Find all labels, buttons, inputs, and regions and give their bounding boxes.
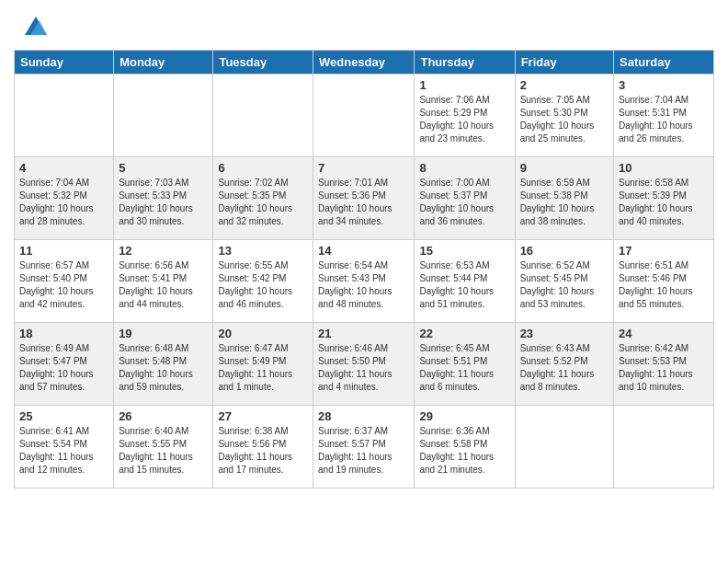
calendar-cell [213,75,313,157]
calendar-week-4: 18Sunrise: 6:49 AM Sunset: 5:47 PM Dayli… [15,323,714,406]
calendar-table: SundayMondayTuesdayWednesdayThursdayFrid… [14,50,714,488]
calendar-cell: 24Sunrise: 6:42 AM Sunset: 5:53 PM Dayli… [614,323,714,406]
day-info: Sunrise: 7:04 AM Sunset: 5:32 PM Dayligh… [19,177,108,228]
calendar-cell [313,75,415,157]
day-number: 14 [318,244,409,258]
calendar-cell: 18Sunrise: 6:49 AM Sunset: 5:47 PM Dayli… [15,323,114,406]
day-info: Sunrise: 6:45 AM Sunset: 5:51 PM Dayligh… [419,342,509,394]
day-number: 19 [119,327,208,340]
column-header-wednesday: Wednesday [313,51,415,75]
day-number: 6 [218,161,308,175]
day-number: 12 [119,244,208,258]
day-number: 20 [218,327,308,340]
calendar-cell: 22Sunrise: 6:45 AM Sunset: 5:51 PM Dayli… [415,323,515,406]
calendar-cell: 2Sunrise: 7:05 AM Sunset: 5:30 PM Daylig… [515,75,613,157]
calendar-cell: 4Sunrise: 7:04 AM Sunset: 5:32 PM Daylig… [15,157,114,240]
day-number: 9 [520,161,609,175]
day-info: Sunrise: 6:36 AM Sunset: 5:58 PM Dayligh… [419,425,509,477]
calendar-cell: 5Sunrise: 7:03 AM Sunset: 5:33 PM Daylig… [114,157,213,240]
day-info: Sunrise: 7:03 AM Sunset: 5:33 PM Dayligh… [119,177,208,228]
column-header-tuesday: Tuesday [213,51,313,75]
calendar-cell: 19Sunrise: 6:48 AM Sunset: 5:48 PM Dayli… [114,323,213,406]
day-number: 24 [619,327,709,340]
calendar-cell: 11Sunrise: 6:57 AM Sunset: 5:40 PM Dayli… [15,240,114,323]
day-number: 23 [520,327,609,340]
calendar-week-3: 11Sunrise: 6:57 AM Sunset: 5:40 PM Dayli… [15,240,714,323]
calendar-cell: 27Sunrise: 6:38 AM Sunset: 5:56 PM Dayli… [213,406,313,488]
day-info: Sunrise: 7:00 AM Sunset: 5:37 PM Dayligh… [419,177,509,228]
day-number: 1 [419,78,509,92]
calendar-cell: 8Sunrise: 7:00 AM Sunset: 5:37 PM Daylig… [415,157,515,240]
calendar-cell: 21Sunrise: 6:46 AM Sunset: 5:50 PM Dayli… [313,323,415,406]
day-number: 25 [19,409,108,423]
column-header-sunday: Sunday [15,51,114,75]
day-info: Sunrise: 6:48 AM Sunset: 5:48 PM Dayligh… [119,342,208,394]
calendar-cell: 13Sunrise: 6:55 AM Sunset: 5:42 PM Dayli… [213,240,313,323]
calendar-cell: 15Sunrise: 6:53 AM Sunset: 5:44 PM Dayli… [415,240,515,323]
column-header-saturday: Saturday [614,51,714,75]
calendar-cell [614,406,714,488]
day-number: 26 [119,409,208,423]
day-number: 10 [619,161,709,175]
calendar-cell: 28Sunrise: 6:37 AM Sunset: 5:57 PM Dayli… [313,406,415,488]
column-header-thursday: Thursday [415,51,515,75]
day-info: Sunrise: 6:38 AM Sunset: 5:56 PM Dayligh… [218,425,308,477]
day-info: Sunrise: 6:53 AM Sunset: 5:44 PM Dayligh… [419,259,509,311]
calendar-cell: 7Sunrise: 7:01 AM Sunset: 5:36 PM Daylig… [313,157,415,240]
calendar-cell: 14Sunrise: 6:54 AM Sunset: 5:43 PM Dayli… [313,240,415,323]
calendar-cell: 3Sunrise: 7:04 AM Sunset: 5:31 PM Daylig… [614,75,714,157]
calendar-cell: 17Sunrise: 6:51 AM Sunset: 5:46 PM Dayli… [614,240,714,323]
day-info: Sunrise: 6:52 AM Sunset: 5:45 PM Dayligh… [520,259,609,311]
logo-icon [16,9,49,42]
day-info: Sunrise: 6:51 AM Sunset: 5:46 PM Dayligh… [619,259,709,311]
calendar-cell: 10Sunrise: 6:58 AM Sunset: 5:39 PM Dayli… [614,157,714,240]
day-number: 8 [419,161,509,175]
day-number: 17 [619,244,709,258]
page-header [14,9,714,42]
day-number: 11 [19,244,108,258]
day-info: Sunrise: 6:47 AM Sunset: 5:49 PM Dayligh… [218,342,308,394]
calendar-week-1: 1Sunrise: 7:06 AM Sunset: 5:29 PM Daylig… [15,75,714,157]
calendar-week-5: 25Sunrise: 6:41 AM Sunset: 5:54 PM Dayli… [15,406,714,488]
day-info: Sunrise: 6:49 AM Sunset: 5:47 PM Dayligh… [19,342,108,394]
calendar-cell: 12Sunrise: 6:56 AM Sunset: 5:41 PM Dayli… [114,240,213,323]
day-number: 27 [218,409,308,423]
day-info: Sunrise: 7:05 AM Sunset: 5:30 PM Dayligh… [520,94,609,145]
calendar-cell [15,75,114,157]
column-header-monday: Monday [114,51,213,75]
day-number: 3 [619,78,709,92]
day-info: Sunrise: 7:02 AM Sunset: 5:35 PM Dayligh… [218,177,308,228]
day-info: Sunrise: 6:55 AM Sunset: 5:42 PM Dayligh… [218,259,308,311]
logo [14,9,49,42]
calendar-cell: 20Sunrise: 6:47 AM Sunset: 5:49 PM Dayli… [213,323,313,406]
day-number: 16 [520,244,609,258]
day-info: Sunrise: 6:37 AM Sunset: 5:57 PM Dayligh… [318,425,409,477]
day-number: 22 [419,327,509,340]
day-number: 2 [520,78,609,92]
day-info: Sunrise: 6:57 AM Sunset: 5:40 PM Dayligh… [19,259,108,311]
day-info: Sunrise: 6:41 AM Sunset: 5:54 PM Dayligh… [19,425,108,477]
calendar-cell: 9Sunrise: 6:59 AM Sunset: 5:38 PM Daylig… [515,157,613,240]
calendar-cell: 26Sunrise: 6:40 AM Sunset: 5:55 PM Dayli… [114,406,213,488]
calendar-cell: 1Sunrise: 7:06 AM Sunset: 5:29 PM Daylig… [415,75,515,157]
day-info: Sunrise: 6:42 AM Sunset: 5:53 PM Dayligh… [619,342,709,394]
day-number: 13 [218,244,308,258]
day-number: 15 [419,244,509,258]
day-number: 7 [318,161,409,175]
page-container: SundayMondayTuesdayWednesdayThursdayFrid… [0,0,728,498]
day-info: Sunrise: 6:40 AM Sunset: 5:55 PM Dayligh… [119,425,208,477]
day-number: 18 [19,327,108,340]
day-number: 5 [119,161,208,175]
day-info: Sunrise: 6:58 AM Sunset: 5:39 PM Dayligh… [619,177,709,228]
day-info: Sunrise: 6:56 AM Sunset: 5:41 PM Dayligh… [119,259,208,311]
calendar-cell: 6Sunrise: 7:02 AM Sunset: 5:35 PM Daylig… [213,157,313,240]
day-number: 28 [318,409,409,423]
day-info: Sunrise: 6:54 AM Sunset: 5:43 PM Dayligh… [318,259,409,311]
day-info: Sunrise: 6:46 AM Sunset: 5:50 PM Dayligh… [318,342,409,394]
day-info: Sunrise: 7:06 AM Sunset: 5:29 PM Dayligh… [419,94,509,145]
day-number: 4 [19,161,108,175]
calendar-header-row: SundayMondayTuesdayWednesdayThursdayFrid… [15,51,714,75]
calendar-cell: 25Sunrise: 6:41 AM Sunset: 5:54 PM Dayli… [15,406,114,488]
calendar-cell [114,75,213,157]
day-info: Sunrise: 7:04 AM Sunset: 5:31 PM Dayligh… [619,94,709,145]
